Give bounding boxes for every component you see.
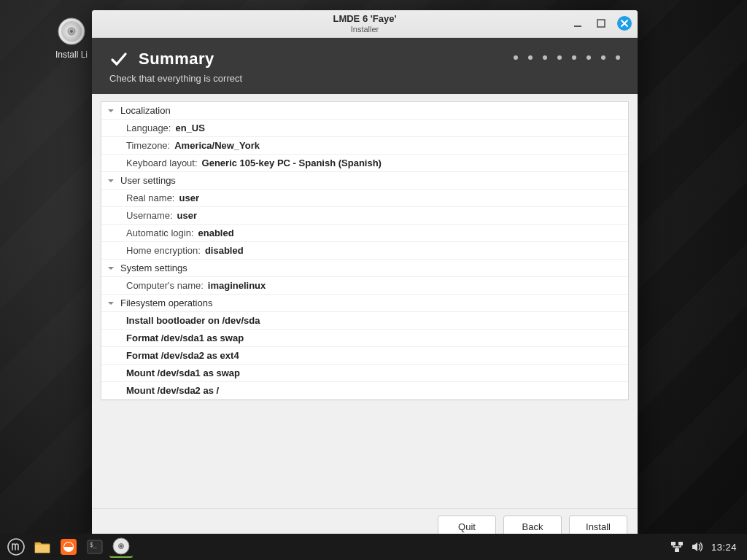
row-autologin: Automatic login: enabled (101, 225, 628, 242)
task-firefox[interactable] (57, 536, 80, 558)
step-title: Summary (139, 50, 214, 69)
svg-rect-7 (35, 545, 50, 553)
mint-logo-icon (7, 538, 25, 556)
svg-point-6 (8, 539, 24, 555)
taskbar[interactable]: $_ 13:24 (0, 534, 747, 560)
svg-text:$_: $_ (90, 542, 97, 548)
svg-point-14 (120, 545, 123, 548)
check-icon (109, 50, 128, 69)
terminal-icon: $_ (85, 537, 104, 556)
row-hostname: Computer's name: imaginelinux (101, 277, 628, 295)
chevron-down-icon (106, 176, 116, 186)
menu-button[interactable] (4, 536, 28, 558)
row-username: Username: user (101, 207, 628, 225)
section-label: User settings (120, 175, 176, 186)
minimize-button[interactable] (570, 16, 585, 31)
chevron-down-icon (106, 106, 116, 116)
desktop-install-icon[interactable]: Install Li (55, 16, 88, 60)
row-fs-op: Format /dev/sda1 as swap (101, 330, 628, 347)
row-fs-op: Format /dev/sda2 as ext4 (101, 347, 628, 365)
section-user[interactable]: User settings (101, 172, 628, 190)
section-system[interactable]: System settings (101, 260, 628, 277)
volume-icon[interactable] (691, 540, 704, 553)
row-realname: Real name: user (101, 190, 628, 207)
svg-rect-17 (675, 548, 679, 552)
maximize-button[interactable] (594, 16, 608, 31)
firefox-icon (59, 537, 78, 556)
step-subtitle: Check that everything is correct (109, 73, 620, 84)
step-progress-dots (514, 55, 620, 60)
disc-icon (56, 16, 87, 47)
chevron-down-icon (106, 298, 116, 308)
task-files[interactable] (31, 536, 54, 558)
installer-window: LMDE 6 'Faye' Installer Summary Check th… (92, 10, 638, 544)
section-filesystem[interactable]: Filesystem operations (101, 295, 628, 312)
task-terminal[interactable]: $_ (83, 536, 107, 558)
svg-rect-15 (671, 542, 676, 545)
svg-rect-16 (678, 542, 683, 545)
task-installer[interactable] (109, 536, 133, 558)
disc-icon (112, 537, 131, 556)
close-button[interactable] (617, 16, 632, 31)
summary-content: Localization Language: en_US Timezone: A… (92, 94, 638, 508)
row-fs-op: Mount /dev/sda1 as swap (101, 365, 628, 382)
section-label: Filesystem operations (120, 298, 212, 308)
svg-rect-5 (597, 20, 605, 27)
desktop-install-label: Install Li (55, 50, 88, 60)
section-localization[interactable]: Localization (101, 102, 628, 120)
step-header: Summary Check that everything is correct (92, 38, 638, 94)
row-keyboard: Keyboard layout: Generic 105-key PC - Sp… (101, 155, 628, 172)
window-title: LMDE 6 'Faye' (333, 14, 396, 24)
clock[interactable]: 13:24 (711, 542, 737, 553)
section-label: Localization (120, 105, 171, 116)
svg-point-3 (70, 30, 73, 33)
window-subtitle: Installer (333, 25, 396, 34)
row-timezone: Timezone: America/New_York (101, 137, 628, 155)
row-fs-op: Mount /dev/sda2 as / (101, 382, 628, 400)
folder-icon (33, 537, 52, 556)
section-label: System settings (120, 262, 187, 273)
row-fs-op: Install bootloader on /dev/sda (101, 312, 628, 330)
svg-rect-4 (574, 26, 581, 27)
titlebar[interactable]: LMDE 6 'Faye' Installer (92, 10, 638, 38)
network-icon[interactable] (670, 540, 684, 553)
row-language: Language: en_US (101, 120, 628, 137)
chevron-down-icon (106, 263, 116, 273)
summary-tree: Localization Language: en_US Timezone: A… (101, 101, 629, 400)
row-homeenc: Home encryption: disabled (101, 242, 628, 260)
